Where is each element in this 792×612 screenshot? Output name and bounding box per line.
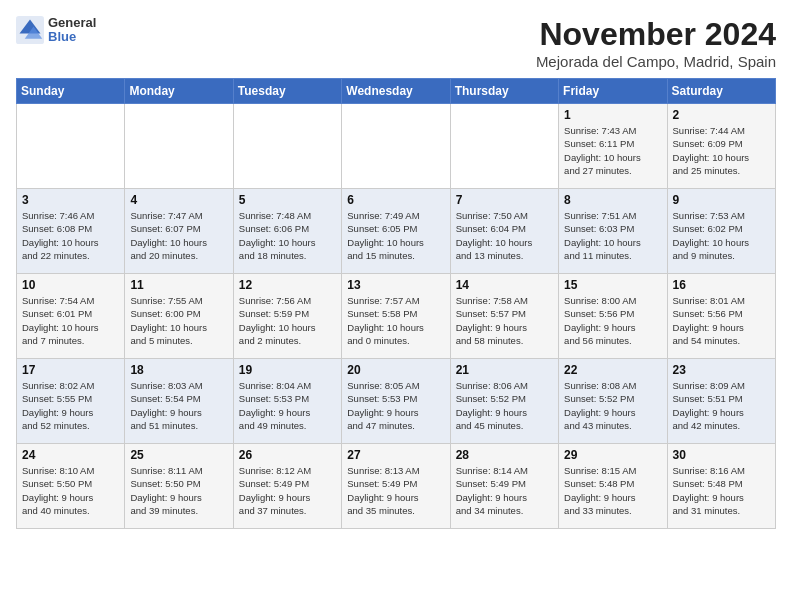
day-number: 6: [347, 193, 444, 207]
day-info: Sunrise: 8:10 AM Sunset: 5:50 PM Dayligh…: [22, 464, 119, 517]
day-info: Sunrise: 8:09 AM Sunset: 5:51 PM Dayligh…: [673, 379, 770, 432]
weekday-header-saturday: Saturday: [667, 79, 775, 104]
calendar-body: 1Sunrise: 7:43 AM Sunset: 6:11 PM Daylig…: [17, 104, 776, 529]
calendar-week-1: 3Sunrise: 7:46 AM Sunset: 6:08 PM Daylig…: [17, 189, 776, 274]
day-number: 3: [22, 193, 119, 207]
day-number: 24: [22, 448, 119, 462]
calendar-cell: 29Sunrise: 8:15 AM Sunset: 5:48 PM Dayli…: [559, 444, 667, 529]
day-number: 9: [673, 193, 770, 207]
day-info: Sunrise: 8:13 AM Sunset: 5:49 PM Dayligh…: [347, 464, 444, 517]
day-number: 25: [130, 448, 227, 462]
day-number: 20: [347, 363, 444, 377]
weekday-header-sunday: Sunday: [17, 79, 125, 104]
day-info: Sunrise: 7:48 AM Sunset: 6:06 PM Dayligh…: [239, 209, 336, 262]
calendar-cell: 17Sunrise: 8:02 AM Sunset: 5:55 PM Dayli…: [17, 359, 125, 444]
day-number: 14: [456, 278, 553, 292]
day-info: Sunrise: 8:00 AM Sunset: 5:56 PM Dayligh…: [564, 294, 661, 347]
day-info: Sunrise: 8:14 AM Sunset: 5:49 PM Dayligh…: [456, 464, 553, 517]
day-info: Sunrise: 8:11 AM Sunset: 5:50 PM Dayligh…: [130, 464, 227, 517]
calendar-cell: [450, 104, 558, 189]
calendar-cell: 10Sunrise: 7:54 AM Sunset: 6:01 PM Dayli…: [17, 274, 125, 359]
calendar-cell: 12Sunrise: 7:56 AM Sunset: 5:59 PM Dayli…: [233, 274, 341, 359]
calendar-cell: 11Sunrise: 7:55 AM Sunset: 6:00 PM Dayli…: [125, 274, 233, 359]
day-info: Sunrise: 8:05 AM Sunset: 5:53 PM Dayligh…: [347, 379, 444, 432]
weekday-header-tuesday: Tuesday: [233, 79, 341, 104]
logo-icon: [16, 16, 44, 44]
calendar-cell: 20Sunrise: 8:05 AM Sunset: 5:53 PM Dayli…: [342, 359, 450, 444]
calendar-week-4: 24Sunrise: 8:10 AM Sunset: 5:50 PM Dayli…: [17, 444, 776, 529]
calendar-cell: [342, 104, 450, 189]
weekday-header-monday: Monday: [125, 79, 233, 104]
calendar-week-3: 17Sunrise: 8:02 AM Sunset: 5:55 PM Dayli…: [17, 359, 776, 444]
day-info: Sunrise: 8:01 AM Sunset: 5:56 PM Dayligh…: [673, 294, 770, 347]
calendar-cell: 9Sunrise: 7:53 AM Sunset: 6:02 PM Daylig…: [667, 189, 775, 274]
logo: General Blue: [16, 16, 96, 45]
day-number: 27: [347, 448, 444, 462]
day-info: Sunrise: 8:02 AM Sunset: 5:55 PM Dayligh…: [22, 379, 119, 432]
day-info: Sunrise: 8:03 AM Sunset: 5:54 PM Dayligh…: [130, 379, 227, 432]
weekday-header-wednesday: Wednesday: [342, 79, 450, 104]
weekday-header-row: SundayMondayTuesdayWednesdayThursdayFrid…: [17, 79, 776, 104]
weekday-header-thursday: Thursday: [450, 79, 558, 104]
day-info: Sunrise: 8:15 AM Sunset: 5:48 PM Dayligh…: [564, 464, 661, 517]
calendar-cell: 8Sunrise: 7:51 AM Sunset: 6:03 PM Daylig…: [559, 189, 667, 274]
day-number: 15: [564, 278, 661, 292]
calendar-cell: 26Sunrise: 8:12 AM Sunset: 5:49 PM Dayli…: [233, 444, 341, 529]
calendar-cell: 23Sunrise: 8:09 AM Sunset: 5:51 PM Dayli…: [667, 359, 775, 444]
day-number: 18: [130, 363, 227, 377]
day-info: Sunrise: 7:58 AM Sunset: 5:57 PM Dayligh…: [456, 294, 553, 347]
day-info: Sunrise: 8:12 AM Sunset: 5:49 PM Dayligh…: [239, 464, 336, 517]
calendar-cell: 22Sunrise: 8:08 AM Sunset: 5:52 PM Dayli…: [559, 359, 667, 444]
day-number: 12: [239, 278, 336, 292]
day-info: Sunrise: 8:08 AM Sunset: 5:52 PM Dayligh…: [564, 379, 661, 432]
calendar-cell: 16Sunrise: 8:01 AM Sunset: 5:56 PM Dayli…: [667, 274, 775, 359]
calendar-cell: 1Sunrise: 7:43 AM Sunset: 6:11 PM Daylig…: [559, 104, 667, 189]
calendar-table: SundayMondayTuesdayWednesdayThursdayFrid…: [16, 78, 776, 529]
calendar-cell: 3Sunrise: 7:46 AM Sunset: 6:08 PM Daylig…: [17, 189, 125, 274]
day-number: 28: [456, 448, 553, 462]
calendar-cell: 30Sunrise: 8:16 AM Sunset: 5:48 PM Dayli…: [667, 444, 775, 529]
title-area: November 2024 Mejorada del Campo, Madrid…: [536, 16, 776, 70]
day-number: 30: [673, 448, 770, 462]
calendar-cell: 4Sunrise: 7:47 AM Sunset: 6:07 PM Daylig…: [125, 189, 233, 274]
day-info: Sunrise: 7:57 AM Sunset: 5:58 PM Dayligh…: [347, 294, 444, 347]
calendar-cell: [17, 104, 125, 189]
day-number: 29: [564, 448, 661, 462]
day-info: Sunrise: 7:46 AM Sunset: 6:08 PM Dayligh…: [22, 209, 119, 262]
calendar-cell: [125, 104, 233, 189]
day-info: Sunrise: 8:06 AM Sunset: 5:52 PM Dayligh…: [456, 379, 553, 432]
calendar-cell: [233, 104, 341, 189]
day-number: 8: [564, 193, 661, 207]
day-number: 7: [456, 193, 553, 207]
logo-blue-text: Blue: [48, 30, 96, 44]
calendar-week-2: 10Sunrise: 7:54 AM Sunset: 6:01 PM Dayli…: [17, 274, 776, 359]
day-number: 10: [22, 278, 119, 292]
calendar-cell: 19Sunrise: 8:04 AM Sunset: 5:53 PM Dayli…: [233, 359, 341, 444]
calendar-header: SundayMondayTuesdayWednesdayThursdayFrid…: [17, 79, 776, 104]
day-number: 21: [456, 363, 553, 377]
calendar-cell: 13Sunrise: 7:57 AM Sunset: 5:58 PM Dayli…: [342, 274, 450, 359]
page-header: General Blue November 2024 Mejorada del …: [16, 16, 776, 70]
day-info: Sunrise: 7:44 AM Sunset: 6:09 PM Dayligh…: [673, 124, 770, 177]
day-info: Sunrise: 7:55 AM Sunset: 6:00 PM Dayligh…: [130, 294, 227, 347]
day-info: Sunrise: 7:54 AM Sunset: 6:01 PM Dayligh…: [22, 294, 119, 347]
calendar-cell: 6Sunrise: 7:49 AM Sunset: 6:05 PM Daylig…: [342, 189, 450, 274]
day-info: Sunrise: 7:56 AM Sunset: 5:59 PM Dayligh…: [239, 294, 336, 347]
logo-text: General Blue: [48, 16, 96, 45]
calendar-cell: 18Sunrise: 8:03 AM Sunset: 5:54 PM Dayli…: [125, 359, 233, 444]
weekday-header-friday: Friday: [559, 79, 667, 104]
day-number: 26: [239, 448, 336, 462]
day-info: Sunrise: 7:51 AM Sunset: 6:03 PM Dayligh…: [564, 209, 661, 262]
calendar-cell: 28Sunrise: 8:14 AM Sunset: 5:49 PM Dayli…: [450, 444, 558, 529]
day-number: 4: [130, 193, 227, 207]
day-number: 2: [673, 108, 770, 122]
day-info: Sunrise: 7:49 AM Sunset: 6:05 PM Dayligh…: [347, 209, 444, 262]
calendar-cell: 27Sunrise: 8:13 AM Sunset: 5:49 PM Dayli…: [342, 444, 450, 529]
day-info: Sunrise: 7:53 AM Sunset: 6:02 PM Dayligh…: [673, 209, 770, 262]
calendar-cell: 25Sunrise: 8:11 AM Sunset: 5:50 PM Dayli…: [125, 444, 233, 529]
day-info: Sunrise: 8:04 AM Sunset: 5:53 PM Dayligh…: [239, 379, 336, 432]
calendar-cell: 5Sunrise: 7:48 AM Sunset: 6:06 PM Daylig…: [233, 189, 341, 274]
day-number: 1: [564, 108, 661, 122]
month-title: November 2024: [536, 16, 776, 53]
day-info: Sunrise: 7:47 AM Sunset: 6:07 PM Dayligh…: [130, 209, 227, 262]
